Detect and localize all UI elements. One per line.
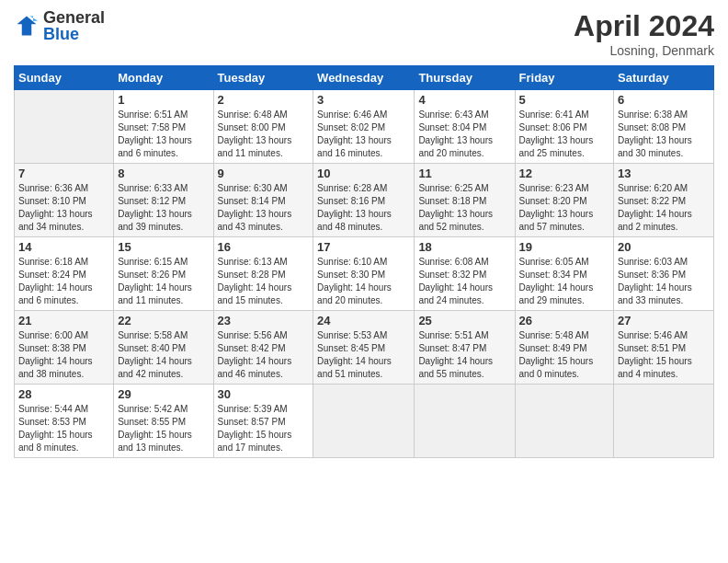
day-info: Sunrise: 6:00 AMSunset: 8:38 PMDaylight:… [18,329,109,381]
weekday-header: Saturday [614,66,714,90]
title-block: April 2024 Losning, Denmark [574,9,714,58]
calendar-cell: 16Sunrise: 6:13 AMSunset: 8:28 PMDayligh… [213,237,313,311]
day-number: 28 [18,387,109,401]
day-info: Sunrise: 6:20 AMSunset: 8:22 PMDaylight:… [618,182,710,234]
day-info: Sunrise: 6:13 AMSunset: 8:28 PMDaylight:… [218,256,310,307]
calendar-cell: 12Sunrise: 6:23 AMSunset: 8:20 PMDayligh… [515,164,614,237]
calendar-cell: 21Sunrise: 6:00 AMSunset: 8:38 PMDayligh… [15,311,114,385]
day-number: 2 [218,93,310,107]
day-info: Sunrise: 6:41 AMSunset: 8:06 PMDaylight:… [519,109,610,160]
day-info: Sunrise: 5:39 AMSunset: 8:57 PMDaylight:… [218,403,310,454]
header: General Blue April 2024 Losning, Denmark [14,9,714,58]
calendar-cell: 19Sunrise: 6:05 AMSunset: 8:34 PMDayligh… [515,237,614,311]
calendar-cell: 20Sunrise: 6:03 AMSunset: 8:36 PMDayligh… [614,237,714,311]
calendar-cell: 24Sunrise: 5:53 AMSunset: 8:45 PMDayligh… [313,311,415,385]
calendar: SundayMondayTuesdayWednesdayThursdayFrid… [14,65,714,458]
calendar-body: 1Sunrise: 6:51 AMSunset: 7:58 PMDaylight… [15,90,714,458]
day-info: Sunrise: 6:18 AMSunset: 8:24 PMDaylight:… [18,256,109,307]
day-number: 20 [618,240,710,254]
day-info: Sunrise: 5:53 AMSunset: 8:45 PMDaylight:… [317,329,410,381]
day-info: Sunrise: 6:03 AMSunset: 8:36 PMDaylight:… [618,256,710,307]
calendar-cell [15,90,114,164]
day-number: 6 [618,93,710,107]
day-number: 12 [519,167,610,180]
day-number: 25 [418,314,510,327]
weekday-header: Tuesday [213,66,313,90]
weekday-row: SundayMondayTuesdayWednesdayThursdayFrid… [15,66,714,90]
day-number: 27 [618,314,710,327]
calendar-cell: 13Sunrise: 6:20 AMSunset: 8:22 PMDayligh… [614,164,714,237]
location: Losning, Denmark [574,43,714,58]
day-info: Sunrise: 6:43 AMSunset: 8:04 PMDaylight:… [418,109,510,160]
day-info: Sunrise: 6:48 AMSunset: 8:00 PMDaylight:… [218,109,310,160]
day-number: 30 [218,387,310,401]
day-info: Sunrise: 6:33 AMSunset: 8:12 PMDaylight:… [118,182,209,234]
calendar-cell: 7Sunrise: 6:36 AMSunset: 8:10 PMDaylight… [15,164,114,237]
calendar-cell: 23Sunrise: 5:56 AMSunset: 8:42 PMDayligh… [213,311,313,385]
day-number: 1 [118,93,209,107]
weekday-header: Sunday [15,66,114,90]
calendar-cell: 27Sunrise: 5:46 AMSunset: 8:51 PMDayligh… [614,311,714,385]
calendar-week-row: 21Sunrise: 6:00 AMSunset: 8:38 PMDayligh… [15,311,714,385]
day-number: 13 [618,167,710,180]
day-number: 29 [118,387,209,401]
day-info: Sunrise: 5:42 AMSunset: 8:55 PMDaylight:… [118,403,209,454]
day-number: 8 [118,167,209,180]
day-number: 23 [218,314,310,327]
day-info: Sunrise: 6:15 AMSunset: 8:26 PMDaylight:… [118,256,209,307]
day-info: Sunrise: 6:38 AMSunset: 8:08 PMDaylight:… [618,109,710,160]
day-number: 5 [519,93,610,107]
calendar-cell [415,385,515,458]
day-number: 9 [218,167,310,180]
calendar-header: SundayMondayTuesdayWednesdayThursdayFrid… [15,66,714,90]
day-number: 7 [18,167,109,180]
calendar-cell: 30Sunrise: 5:39 AMSunset: 8:57 PMDayligh… [213,385,313,458]
day-number: 21 [18,314,109,327]
day-info: Sunrise: 6:28 AMSunset: 8:16 PMDaylight:… [317,182,410,234]
day-number: 17 [317,240,410,254]
calendar-cell: 6Sunrise: 6:38 AMSunset: 8:08 PMDaylight… [614,90,714,164]
calendar-cell: 4Sunrise: 6:43 AMSunset: 8:04 PMDaylight… [415,90,515,164]
day-info: Sunrise: 6:10 AMSunset: 8:30 PMDaylight:… [317,256,410,307]
day-info: Sunrise: 6:23 AMSunset: 8:20 PMDaylight:… [519,182,610,234]
calendar-cell: 9Sunrise: 6:30 AMSunset: 8:14 PMDaylight… [213,164,313,237]
day-info: Sunrise: 6:36 AMSunset: 8:10 PMDaylight:… [18,182,109,234]
calendar-cell: 2Sunrise: 6:48 AMSunset: 8:00 PMDaylight… [213,90,313,164]
calendar-cell: 26Sunrise: 5:48 AMSunset: 8:49 PMDayligh… [515,311,614,385]
calendar-week-row: 1Sunrise: 6:51 AMSunset: 7:58 PMDaylight… [15,90,714,164]
calendar-cell: 17Sunrise: 6:10 AMSunset: 8:30 PMDayligh… [313,237,415,311]
day-number: 11 [418,167,510,180]
day-number: 22 [118,314,209,327]
logo: General Blue [14,9,105,42]
logo-text: General Blue [43,9,105,42]
logo-icon [14,13,40,39]
calendar-cell: 18Sunrise: 6:08 AMSunset: 8:32 PMDayligh… [415,237,515,311]
day-number: 19 [519,240,610,254]
day-info: Sunrise: 6:25 AMSunset: 8:18 PMDaylight:… [418,182,510,234]
weekday-header: Thursday [415,66,515,90]
day-number: 4 [418,93,510,107]
weekday-header: Monday [114,66,213,90]
weekday-header: Friday [515,66,614,90]
calendar-cell: 10Sunrise: 6:28 AMSunset: 8:16 PMDayligh… [313,164,415,237]
weekday-header: Wednesday [313,66,415,90]
day-number: 18 [418,240,510,254]
calendar-cell: 22Sunrise: 5:58 AMSunset: 8:40 PMDayligh… [114,311,213,385]
calendar-cell: 1Sunrise: 6:51 AMSunset: 7:58 PMDaylight… [114,90,213,164]
calendar-cell: 5Sunrise: 6:41 AMSunset: 8:06 PMDaylight… [515,90,614,164]
day-number: 15 [118,240,209,254]
calendar-cell: 14Sunrise: 6:18 AMSunset: 8:24 PMDayligh… [15,237,114,311]
page: General Blue April 2024 Losning, Denmark… [0,0,728,563]
day-info: Sunrise: 6:30 AMSunset: 8:14 PMDaylight:… [218,182,310,234]
day-number: 10 [317,167,410,180]
day-number: 26 [519,314,610,327]
day-info: Sunrise: 5:51 AMSunset: 8:47 PMDaylight:… [418,329,510,381]
day-info: Sunrise: 6:08 AMSunset: 8:32 PMDaylight:… [418,256,510,307]
day-number: 14 [18,240,109,254]
day-info: Sunrise: 6:51 AMSunset: 7:58 PMDaylight:… [118,109,209,160]
day-info: Sunrise: 5:58 AMSunset: 8:40 PMDaylight:… [118,329,209,381]
day-number: 24 [317,314,410,327]
calendar-cell [614,385,714,458]
day-info: Sunrise: 6:05 AMSunset: 8:34 PMDaylight:… [519,256,610,307]
day-info: Sunrise: 6:46 AMSunset: 8:02 PMDaylight:… [317,109,410,160]
